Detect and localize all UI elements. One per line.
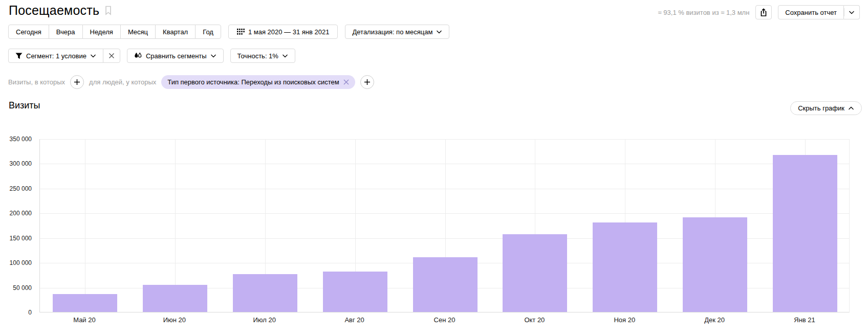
filter-chip[interactable]: Тип первого источника: Переходы из поиск…	[161, 75, 355, 89]
page-title: Посещаемость	[9, 3, 112, 18]
add-people-condition-button[interactable]	[360, 75, 374, 89]
filter-funnel-icon	[15, 53, 23, 59]
x-tick-label: Май 20	[39, 316, 129, 324]
chevron-down-icon	[210, 54, 216, 58]
save-report-split-button: Сохранить отчет	[778, 5, 860, 19]
two-drops-icon	[134, 52, 142, 59]
chart-y-axis: 050 000100 000150 000200 000250 000300 0…	[0, 139, 32, 312]
export-button[interactable]	[755, 5, 772, 19]
app: { "header": { "title": "Посещаемость", "…	[0, 0, 868, 336]
chart-bar-8[interactable]	[773, 155, 837, 312]
chart-bar-7[interactable]	[683, 217, 747, 312]
hide-chart-label: Скрыть график	[798, 104, 844, 112]
header-actions: ≈ 93,1 % визитов из ≈ 1,3 млн Сохранить …	[658, 5, 860, 19]
date-range-label: 1 мая 2020 — 31 янв 2021	[248, 28, 330, 36]
filter-chip-label: Тип первого источника: Переходы из поиск…	[167, 78, 339, 86]
export-icon	[760, 8, 768, 17]
chart-bar-6[interactable]	[593, 222, 657, 312]
gridline	[40, 213, 849, 214]
toolbar-row: СегодняВчераНеделяМесяцКварталГод 1 мая …	[8, 25, 449, 39]
chevron-down-icon	[90, 54, 96, 58]
y-tick-label: 100 000	[10, 259, 32, 266]
calendar-dots-icon	[237, 28, 245, 35]
x-tick-label: Янв 21	[760, 316, 850, 324]
period-button-group: СегодняВчераНеделяМесяцКварталГод	[8, 25, 221, 39]
sample-info: ≈ 93,1 % визитов из ≈ 1,3 млн	[658, 9, 750, 16]
period-button-3[interactable]: Месяц	[120, 25, 156, 39]
page-title-text: Посещаемость	[9, 3, 99, 18]
x-tick-label: Дек 20	[669, 316, 760, 324]
x-tick-label: Июл 20	[220, 316, 310, 324]
gridline	[40, 164, 849, 164]
add-visit-condition-button[interactable]	[70, 75, 84, 89]
chevron-down-icon	[436, 30, 442, 34]
segment-label: Сегмент: 1 условие	[26, 52, 86, 60]
x-tick-label: Июн 20	[129, 316, 220, 324]
period-button-0[interactable]: Сегодня	[8, 25, 49, 39]
y-tick-label: 350 000	[10, 136, 32, 143]
metric-title: Визиты	[9, 100, 40, 111]
x-tick-label: Авг 20	[310, 316, 400, 324]
y-tick-label: 150 000	[10, 235, 32, 242]
chart-bar-1[interactable]	[143, 285, 207, 312]
y-tick-label: 300 000	[10, 160, 32, 167]
x-tick-label: Ноя 20	[579, 316, 669, 324]
chevron-down-icon	[282, 54, 288, 58]
save-report-button[interactable]: Сохранить отчет	[778, 5, 844, 19]
compare-segments-label: Сравнить сегменты	[146, 52, 207, 60]
segment-button-group: Сегмент: 1 условие	[8, 49, 120, 63]
chart-bar-4[interactable]	[413, 257, 478, 312]
x-tick-label: Сен 20	[400, 316, 490, 324]
segment-dropdown[interactable]: Сегмент: 1 условие	[8, 49, 103, 63]
accuracy-dropdown[interactable]: Точность: 1%	[230, 49, 295, 63]
chevron-up-icon	[848, 106, 854, 110]
chart-bar-2[interactable]	[233, 274, 297, 312]
save-report-menu-button[interactable]	[844, 5, 860, 19]
chart-bar-3[interactable]	[323, 272, 387, 312]
period-button-1[interactable]: Вчера	[49, 25, 83, 39]
date-range-button[interactable]: 1 мая 2020 — 31 янв 2021	[228, 25, 338, 39]
gridline	[85, 139, 85, 312]
chart-bar-0[interactable]	[53, 294, 117, 312]
detail-dropdown[interactable]: Детализация: по месяцам	[345, 25, 449, 39]
period-button-5[interactable]: Год	[195, 25, 221, 39]
hide-chart-button[interactable]: Скрыть график	[790, 101, 862, 115]
period-button-4[interactable]: Квартал	[155, 25, 196, 39]
accuracy-label: Точность: 1%	[237, 52, 278, 60]
gridline	[40, 189, 849, 189]
visits-condition-label: Визиты, в которых	[8, 78, 65, 86]
segment-clear-button[interactable]	[103, 49, 120, 63]
chart-plot	[39, 139, 850, 312]
y-tick-label: 0	[28, 309, 32, 316]
y-tick-label: 200 000	[10, 210, 32, 217]
plus-icon	[74, 79, 80, 85]
y-tick-label: 250 000	[10, 185, 32, 192]
detail-label: Детализация: по месяцам	[352, 28, 432, 36]
filter-row: Визиты, в которых для людей, у которых Т…	[8, 75, 374, 89]
chart-x-axis: Май 20Июн 20Июл 20Авг 20Сен 20Окт 20Ноя …	[39, 316, 850, 326]
chevron-down-icon	[849, 11, 855, 14]
x-tick-label: Окт 20	[489, 316, 579, 324]
plus-icon	[364, 79, 371, 85]
people-condition-label: для людей, у которых	[89, 78, 156, 86]
compare-segments-dropdown[interactable]: Сравнить сегменты	[127, 49, 224, 63]
segment-row: Сегмент: 1 условие Сравнить сегменты Точ…	[8, 49, 295, 63]
chip-remove-icon[interactable]	[343, 79, 349, 85]
bookmark-icon[interactable]	[104, 6, 112, 15]
period-button-2[interactable]: Неделя	[82, 25, 121, 39]
gridline	[40, 139, 849, 140]
close-icon	[108, 53, 115, 59]
chart-bar-5[interactable]	[503, 234, 567, 312]
y-tick-label: 50 000	[13, 284, 32, 292]
